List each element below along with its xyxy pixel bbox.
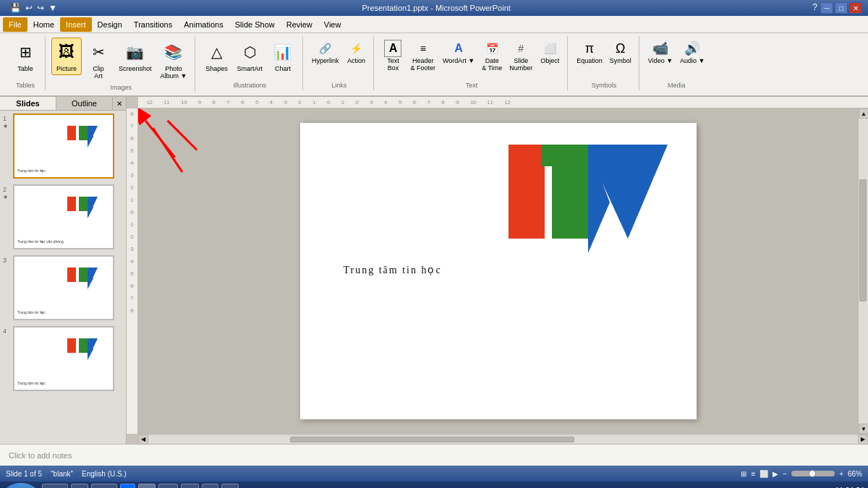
zoom-slider[interactable] xyxy=(791,471,835,476)
header-footer-btn[interactable]: ≡ Header& Footer xyxy=(407,38,438,74)
menu-design[interactable]: Design xyxy=(92,17,128,32)
slide2-logo xyxy=(67,193,107,220)
textbox-btn[interactable]: A TextBox xyxy=(380,38,406,74)
taskbar-chrome[interactable]: 🌐 xyxy=(91,484,117,488)
menu-transitions[interactable]: Transitions xyxy=(128,17,178,32)
taskbar-word[interactable]: W xyxy=(158,484,178,488)
slide-item-4[interactable]: 4 Trung tâm tin học xyxy=(3,326,123,391)
date-time-icon: 📅 xyxy=(483,40,501,57)
slide-item-3[interactable]: 3 Trung tâm tin học xyxy=(3,255,123,320)
video-btn[interactable]: 📹 Video ▼ xyxy=(645,38,676,67)
maximize-btn[interactable]: □ xyxy=(835,2,848,14)
menu-review[interactable]: Review xyxy=(281,17,318,32)
table-btn[interactable]: ⊞ Table xyxy=(10,38,41,75)
slide-thumbnail-4[interactable]: Trung tâm tin học xyxy=(13,326,114,391)
taskbar-skype[interactable]: S xyxy=(202,484,218,488)
horizontal-scrollbar[interactable]: ◀ ▶ xyxy=(138,434,868,444)
equation-btn[interactable]: π Equation xyxy=(574,38,605,67)
equation-label: Equation xyxy=(576,57,603,64)
slide-number-btn[interactable]: # SlideNumber xyxy=(506,38,535,74)
zoom-thumb[interactable] xyxy=(809,470,816,477)
photo-album-btn[interactable]: 📚 PhotoAlbum ▼ xyxy=(157,38,191,82)
taskbar-zalo[interactable]: Z xyxy=(120,484,135,488)
ruler-v-mark: ·0· xyxy=(129,210,135,215)
scroll-up-btn[interactable]: ▲ xyxy=(859,108,868,119)
scroll-down-btn[interactable]: ▼ xyxy=(859,424,868,434)
taskbar-explorer[interactable]: 📁 xyxy=(42,484,68,488)
links-items: 🔗 Hyperlink ⚡ Action xyxy=(309,38,370,80)
slide-item-1[interactable]: 1★ Trung tâm tin học xyxy=(3,114,123,179)
undo-qa-btn[interactable]: ↩ xyxy=(24,3,34,13)
symbol-btn[interactable]: Ω Symbol xyxy=(607,38,634,67)
minimize-btn[interactable]: ─ xyxy=(820,2,833,14)
ruler-v-mark: ·6· xyxy=(129,283,135,288)
title-bar: 💾 ↩ ↪ ▼ Presentation1.pptx - Microsoft P… xyxy=(0,0,868,16)
customize-qa-btn[interactable]: ▼ xyxy=(47,3,59,13)
vertical-scrollbar[interactable]: ▲ ▼ xyxy=(858,108,868,434)
save-qa-btn[interactable]: 💾 xyxy=(9,3,22,13)
close-btn[interactable]: ✕ xyxy=(849,2,862,14)
menu-home[interactable]: Home xyxy=(27,17,60,32)
notes-area[interactable]: Click to add notes xyxy=(0,444,868,466)
smartart-btn[interactable]: ⬡ SmartArt xyxy=(233,38,266,75)
status-right: ⊞ ≡ ⬜ ▶ − + 66% xyxy=(741,470,862,478)
menu-view[interactable]: View xyxy=(318,17,347,32)
help-btn[interactable]: ? xyxy=(811,2,819,14)
zoom-in-btn[interactable]: + xyxy=(839,470,843,478)
view-normal-icon[interactable]: ⊞ xyxy=(741,470,746,478)
chart-btn[interactable]: 📊 Chart xyxy=(268,38,298,75)
ruler-mark: ·12· xyxy=(145,100,154,105)
redo-qa-btn[interactable]: ↪ xyxy=(35,3,46,13)
object-btn[interactable]: ⬜ Object xyxy=(537,38,563,67)
scroll-left-btn[interactable]: ◀ xyxy=(138,435,148,445)
menu-file[interactable]: File xyxy=(3,17,27,32)
slide-viewport[interactable]: Trung tâm tin học xyxy=(138,108,858,434)
start-button[interactable]: ⊞ xyxy=(3,483,39,488)
ruler-mark: ·3· xyxy=(283,100,289,105)
h-scroll-track[interactable] xyxy=(148,436,858,443)
clip-art-btn[interactable]: ✂ ClipArt xyxy=(83,38,114,82)
slide-thumbnail-2[interactable]: Trung tâm tin học văn phòng xyxy=(13,184,114,249)
taskbar-ganttproject[interactable]: G xyxy=(181,484,199,488)
taskbar-unity[interactable]: U xyxy=(71,484,88,488)
shapes-btn[interactable]: △ Shapes xyxy=(201,38,231,75)
ruler-mark: ·1· xyxy=(311,100,317,105)
slide-thumbnail-3[interactable]: Trung tâm tin học xyxy=(13,255,114,320)
ruler-mark: ·12· xyxy=(503,100,512,105)
wordart-btn[interactable]: A WordArt ▼ xyxy=(440,38,477,67)
screenshot-btn[interactable]: 📷 Screenshot xyxy=(115,38,156,75)
menu-animations[interactable]: Animations xyxy=(178,17,229,32)
slide-canvas[interactable]: Trung tâm tin học xyxy=(300,123,697,419)
hyperlink-btn[interactable]: 🔗 Hyperlink xyxy=(309,38,342,67)
wordart-label: WordArt ▼ xyxy=(443,57,475,64)
date-time-btn[interactable]: 📅 Date& Time xyxy=(479,38,505,74)
view-reading-icon[interactable]: ⬜ xyxy=(760,470,768,478)
ruler-mark: ·4· xyxy=(268,100,274,105)
ttm-logo-main xyxy=(509,145,668,253)
taskbar-excel[interactable]: X xyxy=(221,484,238,488)
view-slide-icon[interactable]: ≡ xyxy=(751,470,755,478)
slide2-text: Trung tâm tin học văn phòng xyxy=(17,239,64,244)
v-scroll-track[interactable] xyxy=(859,119,868,424)
h-scroll-thumb[interactable] xyxy=(290,437,574,442)
slide-thumbnail-1[interactable]: Trung tâm tin học xyxy=(13,114,114,179)
picture-btn[interactable]: 🖼 Picture xyxy=(51,38,82,75)
zoom-out-btn[interactable]: − xyxy=(783,470,787,478)
object-label: Object xyxy=(540,57,559,64)
scroll-right-btn[interactable]: ▶ xyxy=(858,435,868,445)
menu-insert[interactable]: Insert xyxy=(60,17,92,32)
audio-btn[interactable]: 🔊 Audio ▼ xyxy=(677,38,707,67)
menu-slideshow[interactable]: Slide Show xyxy=(229,17,281,32)
tab-outline[interactable]: Outline xyxy=(56,97,113,110)
panel-close-btn[interactable]: ✕ xyxy=(113,97,126,110)
action-btn[interactable]: ⚡ Action xyxy=(343,38,369,67)
equation-icon: π xyxy=(581,40,598,57)
v-scroll-thumb[interactable] xyxy=(859,179,867,301)
quick-access-toolbar: 💾 ↩ ↪ ▼ xyxy=(6,0,61,16)
notes-placeholder: Click to add notes xyxy=(9,451,72,460)
tab-slides[interactable]: Slides xyxy=(0,97,56,110)
view-slideshow-icon[interactable]: ▶ xyxy=(773,470,778,478)
svg-rect-12 xyxy=(79,267,88,282)
taskbar-powerpoint[interactable]: P xyxy=(138,484,155,488)
slide-item-2[interactable]: 2★ Trung tâm tin học văn phòng xyxy=(3,184,123,249)
